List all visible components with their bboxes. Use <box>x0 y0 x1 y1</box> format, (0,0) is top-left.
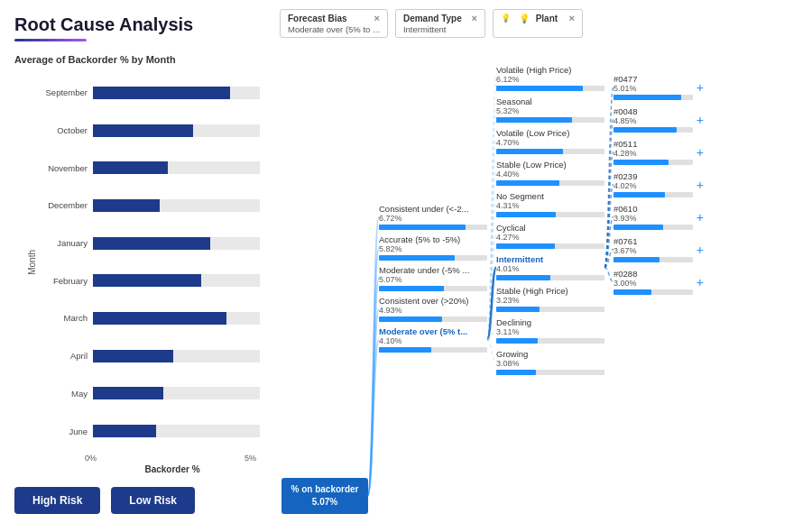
demand-node-9[interactable]: Growing 3.08% <box>496 349 604 375</box>
filter-close-icon[interactable]: × <box>471 13 476 23</box>
bar-label: February <box>37 276 93 286</box>
plant-expand-icon[interactable]: + <box>697 275 704 289</box>
plant-expand-icon[interactable]: + <box>697 113 704 127</box>
forecast-node-bar-track <box>379 255 487 261</box>
plant-col: #0477 5.01% + #0048 4.85% + #0511 4.28% … <box>614 47 704 514</box>
left-panel: Root Cause Analysis Average of Backorder… <box>0 0 271 523</box>
filter-close-icon[interactable]: × <box>374 13 379 23</box>
demand-node-bar-fill <box>496 338 538 344</box>
demand-node-bar-fill <box>496 117 572 123</box>
plant-node-4: #0610 3.93% + <box>614 204 704 230</box>
plant-node-label: #0288 <box>614 269 693 279</box>
bar-fill <box>93 237 210 250</box>
x-axis-title: Backorder % <box>23 464 260 474</box>
plant-node-bar-fill <box>614 192 665 197</box>
demand-node-bar-fill <box>496 86 583 91</box>
bar-label: October <box>37 125 93 135</box>
plant-expand-icon[interactable]: + <box>697 145 704 160</box>
plant-expand-icon[interactable]: + <box>697 243 704 257</box>
forecast-node-4[interactable]: Moderate over (5% t... 4.10% <box>379 326 487 353</box>
demand-node-label: Growing <box>496 349 604 359</box>
demand-node-value: 4.31% <box>496 201 604 210</box>
filter-close-icon[interactable]: × <box>568 13 574 23</box>
demand-node-bar-track <box>496 180 604 186</box>
bar-track <box>93 87 260 99</box>
bar-row: March <box>37 308 260 328</box>
bar-track <box>93 387 260 399</box>
demand-node-2[interactable]: Volatile (Low Price) 4.70% <box>496 128 604 154</box>
bar-fill <box>93 87 230 99</box>
demand-node-3[interactable]: Stable (Low Price) 4.40% <box>496 160 604 186</box>
demand-node-bar-fill <box>496 275 550 280</box>
plant-bar-area: #0239 4.02% <box>614 171 693 197</box>
bar-fill <box>93 350 173 362</box>
demand-node-label: No Segment <box>496 191 604 201</box>
demand-node-label: Intermittent <box>496 254 604 264</box>
forecast-node-0[interactable]: Consistent under (<-2... 6.72% <box>379 204 487 230</box>
plant-bar-area: #0761 3.67% <box>614 236 693 262</box>
plant-node-2: #0511 4.28% + <box>614 139 704 165</box>
demand-node-label: Volatile (High Price) <box>496 65 604 75</box>
light-bulb-icon: 💡 <box>519 14 530 23</box>
y-axis-label: Month <box>23 250 37 275</box>
demand-node-value: 3.23% <box>496 296 604 305</box>
demand-node-label: Volatile (Low Price) <box>496 128 604 138</box>
filter-chip-header: Forecast Bias × <box>288 13 380 23</box>
plant-node-label: #0511 <box>614 139 693 149</box>
demand-node-value: 3.08% <box>496 359 604 368</box>
demand-node-label: Seasonal <box>496 96 604 106</box>
forecast-node-label: Consistent over (>20%) <box>379 296 487 306</box>
plant-expand-icon[interactable]: + <box>697 80 704 95</box>
bar-chart: Month September October November Decembe… <box>14 74 260 474</box>
bar-row: May <box>37 383 260 403</box>
bar-track <box>93 312 260 325</box>
forecast-node-2[interactable]: Moderate under (-5% ... 5.07% <box>379 265 487 291</box>
demand-node-label: Stable (Low Price) <box>496 160 604 170</box>
demand-node-bar-fill <box>496 180 559 186</box>
forecast-node-1[interactable]: Accurate (5% to -5%) 5.82% <box>379 234 487 261</box>
demand-node-4[interactable]: No Segment 4.31% <box>496 191 604 217</box>
forecast-node-bar-track <box>379 286 487 291</box>
forecast-col: Consistent under (<-2... 6.72% Accurate … <box>379 47 496 514</box>
filter-chip-label: Plant <box>536 14 558 23</box>
demand-node-6[interactable]: Intermittent 4.01% <box>496 254 604 280</box>
filter-chip-0[interactable]: Forecast Bias × Moderate over (5% to ... <box>280 9 388 38</box>
forecast-node-bar-fill <box>379 347 431 353</box>
sankey-area: % on backorder 5.07% Consistent under (<… <box>271 47 803 514</box>
bar-track <box>93 274 260 287</box>
source-node: % on backorder 5.07% <box>281 478 367 514</box>
demand-node-label: Cyclical <box>496 223 604 233</box>
demand-node-bar-fill <box>496 149 563 154</box>
plant-bar-area: #0477 5.01% <box>614 74 693 100</box>
bar-row: October <box>37 121 260 141</box>
high-risk-button[interactable]: High Risk <box>14 487 100 514</box>
demand-node-0[interactable]: Volatile (High Price) 6.12% <box>496 65 604 91</box>
demand-node-8[interactable]: Declining 3.11% <box>496 317 604 344</box>
filter-chip-1[interactable]: Demand Type × Intermittent <box>395 9 485 38</box>
bar-fill <box>93 387 163 399</box>
bar-track <box>93 124 260 137</box>
plant-node-label: #0239 <box>614 171 693 181</box>
bar-row: January <box>37 234 260 253</box>
filter-chip-label: Demand Type <box>403 14 462 23</box>
forecast-node-3[interactable]: Consistent over (>20%) 4.93% <box>379 296 487 322</box>
demand-node-value: 3.11% <box>496 327 604 336</box>
bar-label: May <box>37 389 93 399</box>
bar-row: December <box>37 196 260 216</box>
plant-expand-icon[interactable]: + <box>697 210 704 225</box>
demand-node-bar-track <box>496 338 604 344</box>
forecast-node-label: Accurate (5% to -5%) <box>379 234 487 244</box>
filter-chip-2[interactable]: 💡 Plant × <box>493 9 583 38</box>
demand-node-5[interactable]: Cyclical 4.27% <box>496 223 604 249</box>
bar-label: November <box>37 163 93 173</box>
plant-node-bar-fill <box>614 95 681 100</box>
forecast-node-label: Consistent under (<-2... <box>379 204 487 214</box>
demand-node-7[interactable]: Stable (High Price) 3.23% <box>496 286 604 312</box>
plant-bar-area: #0610 3.93% <box>614 204 693 230</box>
bar-row: February <box>37 271 260 290</box>
source-node-value: 5.07% <box>291 496 358 509</box>
demand-node-1[interactable]: Seasonal 5.32% <box>496 96 604 123</box>
demand-node-value: 4.40% <box>496 170 604 179</box>
low-risk-button[interactable]: Low Risk <box>111 487 195 514</box>
plant-expand-icon[interactable]: + <box>697 178 704 192</box>
